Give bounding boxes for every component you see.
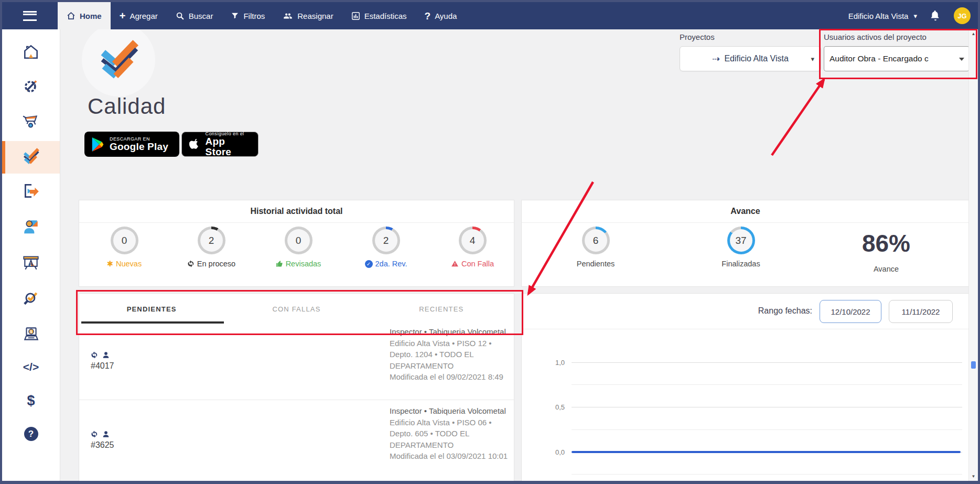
inspection-id: #3625 (91, 440, 114, 450)
stat-label-text: En proceso (197, 260, 235, 268)
y-tick: 1,0 (544, 359, 565, 367)
question-icon: ? (425, 11, 431, 21)
refresh-icon (91, 351, 98, 359)
historial-title: Historial actividad total (79, 200, 514, 223)
inspection-modified: Modificada el el 03/09/2021 10:01 (390, 450, 516, 462)
gear-pencil-icon (22, 77, 40, 95)
code-icon: </> (23, 361, 39, 373)
date-to-input[interactable]: 11/11/2022 (889, 300, 953, 323)
stat-ring: 4 (459, 227, 487, 254)
refresh-icon (91, 431, 98, 438)
avance-percent-label: Avance (834, 265, 939, 273)
sidebar-item-inspections[interactable] (2, 289, 60, 307)
dashed-right-arrow-icon: ⇢ (712, 53, 719, 64)
nav-item-estadisticas[interactable]: Estadísticas (342, 2, 416, 29)
google-play-badge[interactable]: DESCARGAR EN Google Play (84, 132, 179, 157)
historial-card: Historial actividad total 0 ✱Nuevas 2 En… (79, 200, 514, 287)
stat-ring: 2 (198, 227, 225, 254)
sidebar-item-home[interactable] (2, 43, 60, 61)
scrollbar-thumb[interactable] (971, 361, 976, 369)
sidebar-item-materials[interactable] (2, 112, 60, 130)
date-from-input[interactable]: 12/10/2022 (820, 300, 881, 323)
calidad-logo-icon (21, 147, 40, 166)
calidad-logo-icon (96, 37, 141, 82)
sidebar-item-billing[interactable]: $ (2, 325, 60, 343)
sidebar-item-calidad[interactable] (2, 147, 60, 166)
chevron-down-icon: ▾ (811, 55, 814, 63)
stat-ring: 0 (111, 227, 138, 254)
person-icon (102, 351, 110, 359)
chart-card: Rango fechas: 12/10/2022 11/11/2022 1,0 … (521, 293, 970, 484)
asterisk-icon: ✱ (107, 260, 113, 268)
nav-label: Ayuda (435, 12, 457, 20)
sidebar-item-users[interactable] (2, 218, 60, 235)
bar-chart-icon (351, 12, 360, 20)
nav-item-agregar[interactable]: + Agregar (111, 2, 167, 29)
sidebar-item-export[interactable] (2, 182, 60, 200)
stat-ring: 2 (372, 227, 400, 254)
warning-icon (451, 260, 459, 267)
google-play-icon (92, 137, 104, 152)
nav-item-ayuda[interactable]: ? Ayuda (416, 2, 466, 29)
person-icon (22, 218, 40, 235)
user-avatar[interactable]: JG (954, 7, 971, 24)
apple-icon (189, 137, 200, 151)
hamburger-menu-button[interactable] (2, 2, 58, 29)
tab-recientes[interactable]: RECIENTES (369, 294, 514, 324)
person-icon (102, 431, 110, 438)
refresh-icon (187, 260, 195, 267)
active-users-label: Usuarios activos del proyecto (824, 33, 927, 41)
stat-label-text: Finalizadas (721, 260, 760, 268)
projects-select[interactable]: ⇢ Edificio Alta Vista ▾ (680, 46, 821, 71)
active-users-select[interactable]: Auditor Obra - Encargado c (824, 46, 970, 71)
billing-laptop-icon: $ (22, 325, 40, 343)
drafting-board-icon (21, 254, 40, 272)
bell-icon[interactable] (930, 10, 941, 21)
app-window: Home + Agregar Buscar Filtros Reasignar … (0, 0, 980, 484)
inspection-row[interactable]: #3625 Inspector • Tabiqueria Volcometal … (79, 400, 514, 484)
plus-icon: + (120, 10, 126, 21)
gridline (572, 429, 962, 430)
nav-item-filtros[interactable]: Filtros (222, 2, 274, 29)
sidebar-item-help[interactable]: ? (2, 427, 60, 441)
stat-pendientes: 6 Pendientes (559, 227, 632, 268)
gridline (572, 362, 962, 363)
gridline (572, 474, 962, 475)
stat-ring: 37 (727, 227, 755, 254)
hamburger-icon (23, 11, 37, 21)
stat-ring: 0 (285, 227, 313, 254)
dollar-icon: $ (27, 393, 35, 409)
scroll-down-arrow[interactable]: ▼ (969, 474, 978, 479)
avance-percent: 86% (834, 229, 939, 257)
app-store-badge[interactable]: Consíguelo en el App Store (181, 132, 259, 157)
project-selector-value: Edificio Alta Vista (848, 12, 909, 20)
badge-store-name: Google Play (110, 142, 168, 152)
page-scrollbar[interactable]: ▲ ▼ (968, 29, 978, 481)
stat-2da-rev: 2 ✓ 2da. Rev. (349, 227, 423, 268)
nav-label: Filtros (243, 12, 265, 20)
y-tick: 0,0 (544, 448, 565, 456)
nav-item-home[interactable]: Home (58, 2, 111, 29)
nav-item-buscar[interactable]: Buscar (167, 2, 222, 29)
divider (522, 329, 969, 329)
chevron-down-icon: ▾ (913, 12, 917, 20)
stat-revisadas: 0 Revisadas (262, 227, 335, 268)
y-tick: 0,5 (544, 403, 565, 411)
sidebar-item-planning[interactable] (2, 254, 60, 272)
tab-pendientes[interactable]: PENDIENTES (79, 294, 224, 324)
sidebar-item-code[interactable]: </> (2, 361, 60, 373)
scroll-up-arrow[interactable]: ▲ (969, 31, 978, 36)
navbar-right: Edificio Alta Vista ▾ JG (848, 2, 978, 29)
project-selector[interactable]: Edificio Alta Vista ▾ (848, 12, 917, 20)
inspection-row[interactable]: #4017 Inspector • Tabiqueria Volcometal … (79, 328, 514, 400)
nav-item-reasignar[interactable]: Reasignar (274, 2, 342, 29)
inspection-title: Inspector • Tabiqueria Volcometal (390, 405, 516, 417)
projects-label: Proyectos (680, 33, 715, 41)
check-badge-icon: ✓ (365, 260, 373, 268)
date-range-label: Rango fechas: (758, 306, 812, 316)
inspection-location: Edificio Alta Vista • PISO 12 • Depto. 1… (390, 338, 516, 372)
sidebar-item-settings[interactable] (2, 77, 60, 95)
sidebar-item-payments[interactable]: $ (2, 393, 60, 409)
tab-con-fallas[interactable]: CON FALLAS (224, 294, 369, 324)
stat-label-text: Con Falla (461, 260, 494, 268)
